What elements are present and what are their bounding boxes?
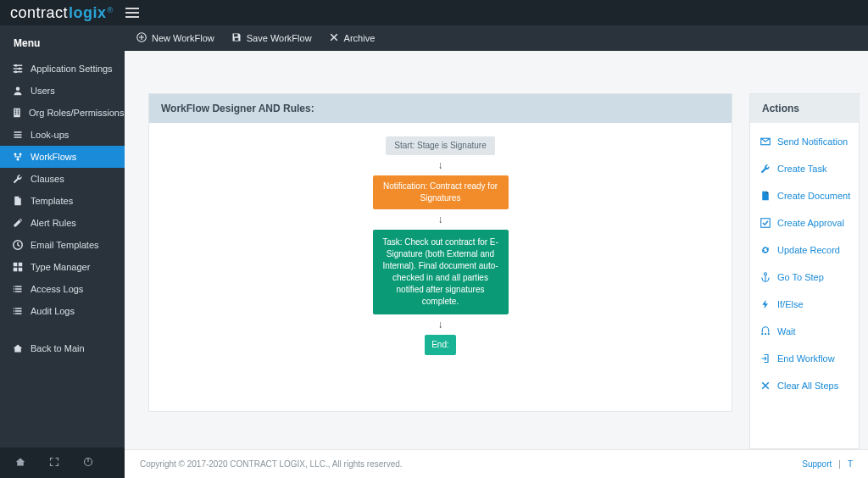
sidebar-item-org-roles-permissions[interactable]: Org Roles/Permissions xyxy=(0,102,125,124)
home-tool-icon[interactable] xyxy=(15,457,25,470)
sidebar-item-access-logs[interactable]: Access Logs xyxy=(0,278,125,300)
workflow-node-task[interactable]: Task: Check out contract for E-Signature… xyxy=(373,230,509,314)
sidebar-item-label: Templates xyxy=(31,196,73,206)
grid-icon xyxy=(12,262,24,272)
sidebar-item-clauses[interactable]: Clauses xyxy=(0,168,125,190)
action-label: If/Else xyxy=(777,299,804,309)
action-label: Clear All Steps xyxy=(777,381,838,391)
action-label: Create Task xyxy=(777,164,827,174)
action-wait[interactable]: Wait xyxy=(750,318,859,345)
anchor-icon xyxy=(760,272,771,282)
actionbar-label: Save WorkFlow xyxy=(247,33,312,43)
arrow-down-icon: ↓ xyxy=(438,214,443,225)
sidebar-item-label: Look-ups xyxy=(31,130,69,140)
exit-icon xyxy=(760,353,771,364)
action-label: Create Document xyxy=(777,191,850,201)
save-icon xyxy=(231,32,242,44)
list2-icon xyxy=(12,284,24,294)
wrench-icon xyxy=(12,174,24,184)
designer-header: WorkFlow Designer AND Rules: xyxy=(149,94,732,123)
sidebar-item-application-settings[interactable]: Application Settings xyxy=(0,58,125,80)
mail-icon xyxy=(760,136,771,147)
actionbar-archive[interactable]: Archive xyxy=(329,32,376,44)
file-icon xyxy=(12,196,24,206)
action-go-to-step[interactable]: Go To Step xyxy=(750,264,859,291)
brand-part1: contract xyxy=(10,4,68,22)
sidebar-item-label: Access Logs xyxy=(31,284,83,294)
power-tool-icon[interactable] xyxy=(83,457,93,470)
sidebar-item-back-to-main[interactable]: Back to Main xyxy=(0,337,125,359)
main: New WorkFlowSave WorkFlowArchive WorkFlo… xyxy=(125,25,868,478)
list2-icon xyxy=(12,306,24,316)
actionbar-label: New WorkFlow xyxy=(152,33,214,43)
arrow-down-icon: ↓ xyxy=(438,320,443,330)
action-clear-all-steps[interactable]: Clear All Steps xyxy=(750,372,859,399)
action-create-approval[interactable]: Create Approval xyxy=(750,209,859,236)
sidebar-item-workflows[interactable]: WorkFlows xyxy=(0,146,125,168)
footer-separator: | xyxy=(838,459,841,469)
actions-header: Actions xyxy=(750,94,859,123)
brand-part2: logix xyxy=(69,4,107,22)
actions-panel: Actions Send NotificationCreate TaskCrea… xyxy=(749,93,860,449)
sidebar: Menu Application SettingsUsersOrg Roles/… xyxy=(0,25,125,478)
clock-icon xyxy=(12,240,24,250)
file-icon xyxy=(760,191,771,201)
times-icon xyxy=(760,381,771,391)
expand-tool-icon[interactable] xyxy=(49,457,59,470)
plus-circle-icon xyxy=(136,32,147,44)
action-create-document[interactable]: Create Document xyxy=(750,182,859,209)
action-send-notification[interactable]: Send Notification xyxy=(750,128,859,155)
list-icon xyxy=(12,130,24,140)
sidebar-item-email-templates[interactable]: Email Templates xyxy=(0,234,125,256)
actionbar-new-workflow[interactable]: New WorkFlow xyxy=(136,32,214,44)
footer: Copyright © 2017-2020 CONTRACT LOGIX, LL… xyxy=(125,449,868,478)
workflow-node-start[interactable]: Start: Stage is Signature xyxy=(386,136,494,155)
actionbar-save-workflow[interactable]: Save WorkFlow xyxy=(231,32,312,44)
action-label: Go To Step xyxy=(777,272,824,282)
sidebar-item-users[interactable]: Users xyxy=(0,80,125,102)
actionbar-label: Archive xyxy=(344,33,376,43)
sidebar-item-label: Audit Logs xyxy=(31,306,75,316)
action-end-workflow[interactable]: End Workflow xyxy=(750,345,859,372)
sidebar-item-label: Org Roles/Permissions xyxy=(29,108,124,118)
sidebar-list: Application SettingsUsersOrg Roles/Permi… xyxy=(0,58,125,322)
sidebar-item-label: Email Templates xyxy=(31,240,99,250)
building-icon xyxy=(12,108,22,118)
sidebar-item-templates[interactable]: Templates xyxy=(0,190,125,212)
archive-icon xyxy=(329,32,339,44)
action-update-record[interactable]: Update Record xyxy=(750,236,859,264)
footer-terms-link[interactable]: T xyxy=(848,459,853,469)
sidebar-item-audit-logs[interactable]: Audit Logs xyxy=(0,300,125,322)
sidebar-item-type-manager[interactable]: Type Manager xyxy=(0,256,125,278)
actions-list: Send NotificationCreate TaskCreate Docum… xyxy=(750,123,859,404)
refresh-icon xyxy=(760,245,771,255)
home-icon xyxy=(12,343,24,353)
check-icon xyxy=(760,218,771,228)
hamburger-menu-icon[interactable] xyxy=(125,8,139,18)
arrow-down-icon: ↓ xyxy=(438,160,443,170)
footer-support-link[interactable]: Support xyxy=(802,459,832,469)
sidebar-item-label: Type Manager xyxy=(31,262,90,272)
edit-icon xyxy=(12,218,24,228)
sidebar-item-label: WorkFlows xyxy=(31,152,76,162)
workflow-node-end[interactable]: End: xyxy=(425,335,456,355)
top-bar: contract logix ® xyxy=(0,0,868,25)
sidebar-back-label: Back to Main xyxy=(31,343,85,353)
action-if-else[interactable]: If/Else xyxy=(750,291,859,318)
sidebar-title: Menu xyxy=(0,25,125,58)
sliders-icon xyxy=(12,64,24,74)
action-label: Update Record xyxy=(777,245,840,255)
action-label: Wait xyxy=(777,326,796,336)
workflow-designer-panel: WorkFlow Designer AND Rules: Start: Stag… xyxy=(148,93,732,412)
sidebar-item-label: Clauses xyxy=(31,174,64,184)
action-bar: New WorkFlowSave WorkFlowArchive xyxy=(125,25,868,51)
bolt-icon xyxy=(760,299,771,309)
sidebar-bottom-tools xyxy=(0,447,125,478)
action-label: Create Approval xyxy=(777,218,844,228)
more-icon xyxy=(760,326,771,336)
action-create-task[interactable]: Create Task xyxy=(750,155,859,182)
sidebar-item-alert-rules[interactable]: Alert Rules xyxy=(0,212,125,234)
sidebar-item-look-ups[interactable]: Look-ups xyxy=(0,124,125,146)
designer-canvas[interactable]: Start: Stage is Signature ↓ Notification… xyxy=(149,123,732,411)
workflow-node-notification[interactable]: Notification: Contract ready for Signatu… xyxy=(373,175,509,209)
